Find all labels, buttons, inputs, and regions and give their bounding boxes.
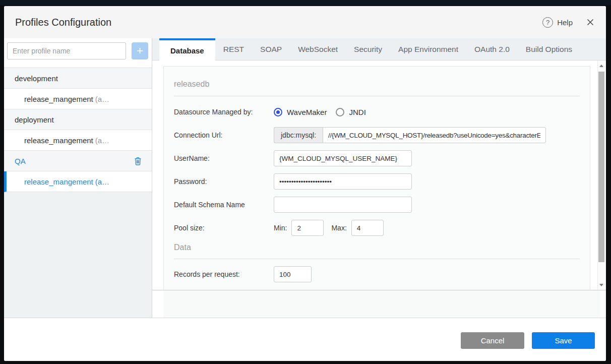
- database-settings-panel: releasedb Datasource Managed by: WaveMak…: [163, 66, 590, 290]
- scroll-up-arrow[interactable]: [598, 62, 605, 70]
- tab-websocket[interactable]: WebSocket: [290, 38, 346, 60]
- records-input[interactable]: [274, 266, 312, 282]
- tab-content-scroll-area: releasedb Datasource Managed by: WaveMak…: [152, 60, 606, 290]
- datasource-label: Datasource Managed by:: [174, 108, 274, 116]
- radio-unselected-icon: [336, 108, 344, 116]
- schema-row: Default Schema Name: [174, 197, 580, 213]
- connection-url-group: jdbc:mysql:: [274, 127, 546, 143]
- pool-size-label: Pool size:: [174, 224, 274, 232]
- cancel-button[interactable]: Cancel: [461, 332, 524, 349]
- username-label: UserName:: [174, 154, 274, 162]
- schema-label: Default Schema Name: [174, 201, 274, 209]
- password-input[interactable]: [274, 173, 412, 190]
- pool-size-controls: Min: Max:: [274, 220, 384, 236]
- profile-item-label: release_mangement: [24, 95, 93, 103]
- pool-max-label: Max:: [331, 224, 346, 232]
- data-section-title: Data: [174, 243, 580, 252]
- connection-url-label: Connection Url:: [174, 131, 274, 139]
- datasource-row: Datasource Managed by: WaveMaker JNDI: [174, 104, 580, 120]
- connection-url-prefix: jdbc:mysql:: [274, 127, 323, 143]
- close-icon: [586, 18, 594, 26]
- tab-build-options[interactable]: Build Options: [518, 38, 580, 60]
- password-label: Password:: [174, 177, 274, 186]
- pool-max-input[interactable]: [351, 220, 384, 236]
- background-top-strip: [0, 0, 611, 5]
- tab-security[interactable]: Security: [346, 38, 390, 60]
- profile-item-suffix: (a…: [95, 95, 109, 103]
- username-input[interactable]: [274, 150, 412, 166]
- section-divider: [174, 259, 580, 259]
- dialog-header: Profiles Configuration ? Help: [4, 6, 606, 38]
- profile-item-deployment[interactable]: release_mangement(a…: [4, 130, 152, 151]
- dialog-body: + development release_mangement(a… deplo…: [4, 38, 606, 318]
- tab-app-environment[interactable]: App Environment: [390, 38, 466, 60]
- profile-group-deployment[interactable]: deployment: [4, 109, 152, 130]
- radio-wavemaker[interactable]: WaveMaker: [274, 108, 327, 116]
- profile-group-label: QA: [15, 157, 26, 165]
- screen-background: Profiles Configuration ? Help +: [0, 0, 611, 364]
- help-button[interactable]: ? Help: [542, 17, 573, 28]
- radio-jndi[interactable]: JNDI: [336, 108, 365, 116]
- connection-url-row: Connection Url: jdbc:mysql:: [174, 127, 580, 143]
- help-icon: ?: [542, 17, 553, 28]
- records-label: Records per request:: [174, 270, 274, 278]
- tab-bar: Database REST SOAP WebSocket Security Ap…: [152, 38, 606, 60]
- records-row: Records per request:: [174, 266, 580, 282]
- radio-jndi-label: JNDI: [349, 108, 365, 116]
- close-button[interactable]: [586, 18, 595, 27]
- profile-item-label: release_mangement: [24, 136, 93, 145]
- schema-input[interactable]: [274, 197, 412, 213]
- pool-min-input[interactable]: [291, 220, 324, 236]
- profile-group-qa[interactable]: QA: [4, 151, 152, 171]
- profiles-list: development release_mangement(a… deploym…: [4, 68, 152, 192]
- profile-detail-pane: Database REST SOAP WebSocket Security Ap…: [152, 38, 606, 318]
- delete-profile-icon[interactable]: [134, 157, 142, 165]
- profile-group-label: deployment: [15, 115, 54, 124]
- profile-item-qa[interactable]: release_mangement(a…: [4, 171, 152, 192]
- dialog-footer: Cancel Save: [4, 318, 606, 361]
- save-button[interactable]: Save: [532, 332, 595, 349]
- radio-selected-icon: [274, 108, 282, 116]
- db-section-title: releasedb: [174, 80, 580, 89]
- profile-item-label: release_mangement: [24, 177, 93, 186]
- tab-content-lower-area: [152, 290, 606, 318]
- tab-soap[interactable]: SOAP: [252, 38, 290, 60]
- profile-item-development[interactable]: release_mangement(a…: [4, 89, 152, 109]
- profile-group-development[interactable]: development: [4, 68, 152, 89]
- profile-item-suffix: (a…: [95, 177, 109, 186]
- password-row: Password:: [174, 173, 580, 190]
- tab-database[interactable]: Database: [159, 38, 215, 60]
- profiles-sidebar: + development release_mangement(a… deplo…: [4, 38, 152, 318]
- pool-min-label: Min:: [274, 224, 287, 232]
- datasource-radio-group: WaveMaker JNDI: [274, 108, 366, 116]
- dialog-title: Profiles Configuration: [15, 17, 111, 28]
- profile-name-input[interactable]: [7, 42, 126, 59]
- pool-size-row: Pool size: Min: Max:: [174, 220, 580, 236]
- profile-search-row: +: [4, 38, 152, 68]
- section-divider: [174, 96, 580, 96]
- help-label: Help: [557, 18, 573, 27]
- profile-group-label: development: [15, 74, 58, 83]
- tab-content-lower-surface: [163, 290, 600, 318]
- vertical-scrollbar[interactable]: [597, 60, 605, 290]
- connection-url-input[interactable]: [323, 127, 546, 143]
- scrollbar-thumb[interactable]: [598, 72, 604, 262]
- add-profile-button[interactable]: +: [132, 42, 148, 59]
- tab-rest[interactable]: REST: [215, 38, 252, 60]
- header-actions: ? Help: [542, 17, 595, 28]
- profiles-configuration-dialog: Profiles Configuration ? Help +: [4, 6, 606, 361]
- radio-wavemaker-label: WaveMaker: [287, 108, 327, 116]
- username-row: UserName:: [174, 150, 580, 166]
- sidebar-filler: [4, 192, 152, 318]
- tab-oauth[interactable]: OAuth 2.0: [466, 38, 518, 60]
- scroll-down-arrow[interactable]: [598, 281, 605, 289]
- profile-item-suffix: (a…: [95, 136, 109, 145]
